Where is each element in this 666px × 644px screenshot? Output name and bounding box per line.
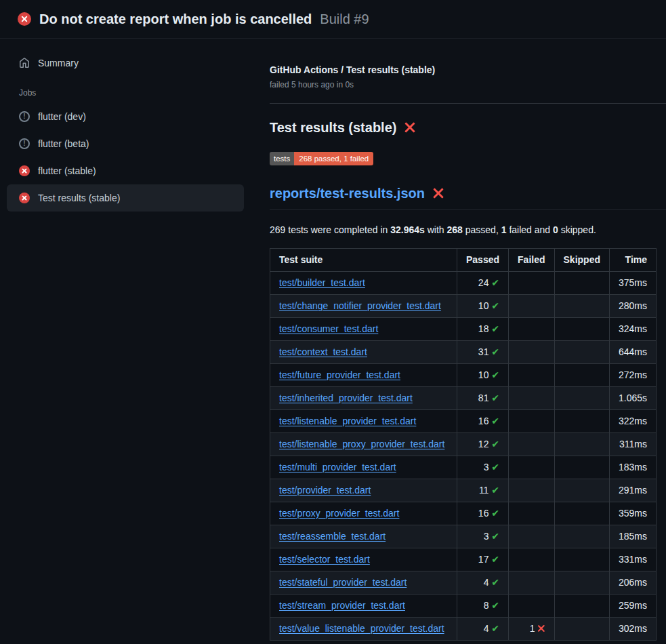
test-suite-row: test/multi_provider_test.dart3 ✔183ms xyxy=(270,456,657,479)
jobs-section-heading: Jobs xyxy=(7,74,244,103)
summary-label: Summary xyxy=(38,56,79,70)
sidebar: Summary Jobs !flutter (dev)!flutter (bet… xyxy=(0,39,251,644)
passed-cell: 18 ✔ xyxy=(457,317,509,340)
time-cell: 302ms xyxy=(609,617,656,640)
suite-link[interactable]: test/value_listenable_provider_test.dart xyxy=(279,623,444,634)
suite-link[interactable]: test/context_test.dart xyxy=(279,346,367,357)
check-icon: ✔ xyxy=(491,485,499,496)
suite-link[interactable]: test/change_notifier_provider_test.dart xyxy=(279,300,441,311)
failed-x-icon xyxy=(404,122,415,133)
suite-link[interactable]: test/provider_test.dart xyxy=(279,485,371,496)
failed-cell xyxy=(509,432,554,456)
test-suite-row: test/selector_test.dart17 ✔331ms xyxy=(270,548,657,571)
time-cell: 331ms xyxy=(609,548,656,571)
check-icon: ✔ xyxy=(491,462,499,472)
test-suite-row: test/stream_provider_test.dart8 ✔259ms xyxy=(270,594,657,617)
suite-cell: test/listenable_provider_test.dart xyxy=(270,409,457,432)
sidebar-item-flutter-stable[interactable]: flutter (stable) xyxy=(7,157,244,184)
suite-link[interactable]: test/listenable_provider_test.dart xyxy=(279,416,416,426)
failed-status-icon xyxy=(19,165,30,176)
time-cell: 322ms xyxy=(609,409,656,432)
home-icon xyxy=(19,58,30,68)
sidebar-item-test-results-stable[interactable]: Test results (stable) xyxy=(7,184,244,212)
passed-cell: 12 ✔ xyxy=(457,432,509,456)
suite-cell: test/selector_test.dart xyxy=(270,548,457,571)
job-label: Test results (stable) xyxy=(38,191,120,205)
suite-cell: test/multi_provider_test.dart xyxy=(270,456,457,479)
skipped-cell xyxy=(554,571,609,594)
report-link[interactable]: reports/test-results.json xyxy=(270,184,425,203)
main-content: GitHub Actions / Test results (stable) f… xyxy=(251,39,666,644)
test-results-table: Test suitePassedFailedSkippedTime test/b… xyxy=(270,248,657,641)
suite-link[interactable]: test/proxy_provider_test.dart xyxy=(279,508,399,519)
failed-cell xyxy=(509,548,554,571)
test-suite-row: test/stateful_provider_test.dart4 ✔206ms xyxy=(270,571,657,594)
tests-badge: tests 268 passed, 1 failed xyxy=(270,152,373,165)
failed-cell: 1 xyxy=(509,617,554,640)
report-failed-x-icon xyxy=(433,188,444,199)
check-icon: ✔ xyxy=(491,577,499,588)
suite-link[interactable]: test/future_provider_test.dart xyxy=(279,369,400,380)
summary-passed-count: 268 xyxy=(447,224,463,235)
failed-cell xyxy=(509,271,554,294)
suite-cell: test/value_listenable_provider_test.dart xyxy=(270,617,457,640)
passed-cell: 11 ✔ xyxy=(457,479,509,502)
time-cell: 259ms xyxy=(609,594,656,617)
summary-skipped-count: 0 xyxy=(553,224,558,235)
test-suite-row: test/context_test.dart31 ✔644ms xyxy=(270,340,657,363)
time-cell: 272ms xyxy=(609,363,656,386)
suite-link[interactable]: test/builder_test.dart xyxy=(279,277,365,288)
column-header-time: Time xyxy=(609,248,656,271)
suite-link[interactable]: test/inherited_provider_test.dart xyxy=(279,393,413,403)
passed-cell: 4 ✔ xyxy=(457,571,509,594)
test-suite-row: test/listenable_proxy_provider_test.dart… xyxy=(270,432,657,456)
time-cell: 375ms xyxy=(609,271,656,294)
summary-failed-count: 1 xyxy=(501,224,507,235)
test-suite-row: test/future_provider_test.dart10 ✔272ms xyxy=(270,363,657,386)
failed-cell xyxy=(509,525,554,548)
badge-value: 268 passed, 1 failed xyxy=(294,152,373,165)
suite-cell: test/proxy_provider_test.dart xyxy=(270,502,457,525)
check-icon: ✔ xyxy=(491,600,499,611)
job-label: flutter (dev) xyxy=(38,110,86,123)
job-label: flutter (stable) xyxy=(38,164,96,178)
suite-cell: test/listenable_proxy_provider_test.dart xyxy=(270,432,457,456)
time-cell: 291ms xyxy=(609,479,656,502)
time-cell: 183ms xyxy=(609,456,656,479)
suite-cell: test/change_notifier_provider_test.dart xyxy=(270,294,457,317)
suite-link[interactable]: test/stream_provider_test.dart xyxy=(279,600,405,611)
sidebar-item-summary[interactable]: Summary xyxy=(7,52,244,74)
failed-cell xyxy=(509,571,554,594)
suite-link[interactable]: test/selector_test.dart xyxy=(279,554,370,565)
suite-cell: test/builder_test.dart xyxy=(270,271,457,294)
skipped-cell xyxy=(554,594,609,617)
skipped-cell xyxy=(554,409,609,432)
failed-cell xyxy=(509,386,554,409)
failed-cell xyxy=(509,456,554,479)
suite-link[interactable]: test/stateful_provider_test.dart xyxy=(279,577,407,588)
passed-cell: 10 ✔ xyxy=(457,294,509,317)
skipped-cell xyxy=(554,363,609,386)
failed-cell xyxy=(509,502,554,525)
report-heading: reports/test-results.json xyxy=(270,184,666,210)
test-suite-row: test/consumer_test.dart18 ✔324ms xyxy=(270,317,657,340)
neutral-status-icon: ! xyxy=(19,111,30,122)
sidebar-item-flutter-dev[interactable]: !flutter (dev) xyxy=(7,103,244,130)
failed-cell xyxy=(509,294,554,317)
suite-link[interactable]: test/reassemble_test.dart xyxy=(279,531,386,542)
run-title: Do not create report when job is cancell… xyxy=(39,9,312,29)
job-label: flutter (beta) xyxy=(38,137,89,150)
check-icon: ✔ xyxy=(491,277,499,288)
suite-link[interactable]: test/multi_provider_test.dart xyxy=(279,462,396,472)
time-cell: 359ms xyxy=(609,502,656,525)
summary-text-part: 269 tests were completed in xyxy=(270,224,390,235)
suite-link[interactable]: test/listenable_proxy_provider_test.dart xyxy=(279,439,444,449)
time-cell: 185ms xyxy=(609,525,656,548)
check-icon: ✔ xyxy=(491,300,499,311)
page-header: Do not create report when job is cancell… xyxy=(0,0,666,39)
sidebar-item-flutter-beta[interactable]: !flutter (beta) xyxy=(7,130,244,157)
passed-cell: 16 ✔ xyxy=(457,409,509,432)
skipped-cell xyxy=(554,432,609,456)
suite-link[interactable]: test/consumer_test.dart xyxy=(279,323,378,334)
column-header-skipped: Skipped xyxy=(554,248,609,271)
